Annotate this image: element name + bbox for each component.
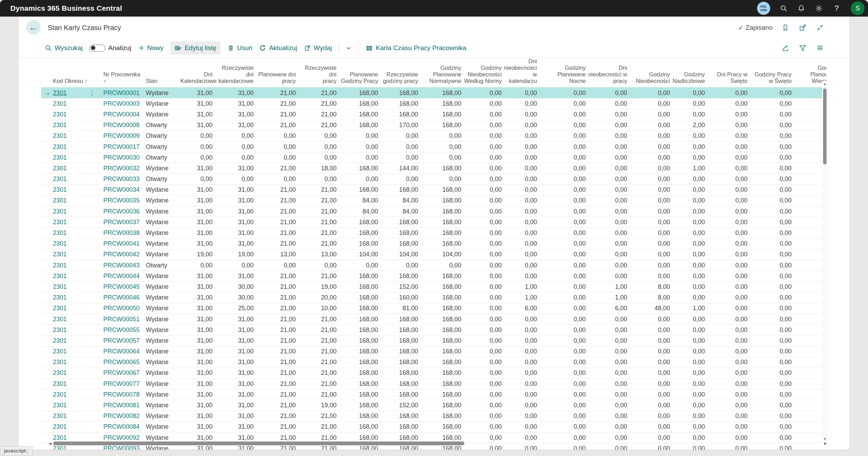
value-cell-6[interactable]: 168,00 (419, 421, 462, 432)
employee-no-link[interactable]: PRCW00041 (103, 240, 140, 247)
value-cell-0[interactable]: 31,00 (180, 357, 213, 368)
value-cell-8[interactable]: 0,00 (502, 249, 538, 260)
value-cell-2[interactable]: 21,00 (254, 389, 296, 400)
value-cell-2[interactable]: 21,00 (254, 292, 296, 303)
period-code-link[interactable]: 2301 (53, 122, 67, 129)
column-header-7[interactable]: Rzeczywiste dni pracy (296, 58, 337, 88)
value-cell-13[interactable]: 0,00 (706, 292, 748, 303)
status-cell[interactable]: Otwarty (145, 131, 180, 141)
employee-no-link[interactable]: PRCW00038 (103, 229, 140, 236)
value-cell-7[interactable]: 0,00 (462, 411, 502, 421)
clipped-value-cell[interactable]: 0,00 (792, 368, 826, 378)
status-cell[interactable]: Wydane (145, 389, 180, 400)
column-header-8[interactable]: Planowane Godziny Pracy (337, 58, 379, 88)
scroll-right-arrow-icon[interactable]: ▶ (823, 441, 828, 446)
value-cell-3[interactable]: 21,00 (296, 88, 337, 98)
value-cell-3[interactable]: 21,00 (296, 228, 337, 238)
value-cell-6[interactable]: 168,00 (419, 109, 462, 120)
status-cell[interactable]: Wydane (145, 206, 180, 217)
value-cell-4[interactable]: 168,00 (337, 282, 379, 292)
value-cell-3[interactable]: 21,00 (296, 184, 337, 195)
value-cell-7[interactable]: 0,00 (462, 249, 502, 260)
value-cell-10[interactable]: 0,00 (586, 238, 628, 249)
value-cell-0[interactable]: 31,00 (180, 238, 213, 249)
employee-no-link[interactable]: PRCW00081 (103, 402, 140, 409)
value-cell-12[interactable]: 0,00 (671, 217, 706, 228)
table-row[interactable]: 2301PRCW00044Wydane31,0031,0021,0021,001… (41, 271, 826, 282)
value-cell-14[interactable]: 0,00 (748, 260, 792, 271)
value-cell-8[interactable]: 0,00 (502, 238, 538, 249)
value-cell-9[interactable]: 0,00 (538, 120, 586, 131)
table-row[interactable]: 2301PRCW00078Wydane31,0031,0021,0021,001… (41, 389, 826, 400)
value-cell-9[interactable]: 0,00 (538, 195, 586, 206)
value-cell-14[interactable]: 0,00 (748, 109, 792, 120)
value-cell-3[interactable]: 21,00 (296, 314, 337, 324)
value-cell-10[interactable]: 0,00 (586, 163, 628, 174)
employee-no-cell[interactable]: PRCW00044 (103, 271, 145, 282)
value-cell-3[interactable]: 21,00 (296, 411, 337, 421)
value-cell-0[interactable]: 31,00 (180, 109, 213, 120)
table-row[interactable]: 2301PRCW00055Wydane31,0031,0021,0021,001… (41, 325, 826, 335)
value-cell-0[interactable]: 31,00 (180, 217, 213, 228)
value-cell-10[interactable]: 0,00 (586, 314, 628, 324)
value-cell-9[interactable]: 0,00 (538, 228, 586, 238)
table-row[interactable]: 2301PRCW00030Otwarty0,000,000,000,000,00… (41, 152, 826, 163)
period-code-cell[interactable]: 2301 (52, 120, 103, 131)
value-cell-14[interactable]: 0,00 (748, 88, 792, 98)
value-cell-14[interactable]: 0,00 (748, 346, 792, 357)
value-cell-5[interactable]: 168,00 (379, 379, 419, 389)
value-cell-1[interactable]: 31,00 (213, 184, 254, 195)
value-cell-5[interactable]: 168,00 (379, 346, 419, 357)
value-cell-14[interactable]: 0,00 (748, 98, 792, 109)
value-cell-10[interactable]: 0,00 (586, 411, 628, 421)
value-cell-12[interactable]: 0,00 (671, 314, 706, 324)
horizontal-scrollbar-thumb[interactable] (53, 441, 464, 445)
period-code-cell[interactable]: 2301 (52, 228, 103, 238)
value-cell-4[interactable]: 168,00 (337, 98, 379, 109)
value-cell-7[interactable]: 0,00 (462, 184, 502, 195)
value-cell-8[interactable]: 0,00 (502, 357, 538, 368)
value-cell-1[interactable]: 31,00 (213, 411, 254, 421)
value-cell-13[interactable]: 0,00 (706, 411, 748, 421)
value-cell-5[interactable]: 168,00 (379, 421, 419, 432)
value-cell-3[interactable]: 21,00 (296, 271, 337, 282)
value-cell-10[interactable]: 0,00 (586, 120, 628, 131)
value-cell-7[interactable]: 0,00 (462, 314, 502, 324)
value-cell-1[interactable]: 0,00 (213, 141, 254, 152)
table-row[interactable]: 2301PRCW00038Wydane31,0031,0021,0021,001… (41, 228, 826, 238)
clipped-value-cell[interactable]: 0,00 (792, 379, 826, 389)
value-cell-10[interactable]: 0,00 (586, 249, 628, 260)
employee-no-link[interactable]: PRCW00030 (103, 154, 140, 161)
value-cell-7[interactable]: 0,00 (462, 238, 502, 249)
period-code-link[interactable]: 2301 (53, 143, 67, 150)
employee-no-cell[interactable]: PRCW00041 (103, 238, 145, 249)
value-cell-9[interactable]: 0,00 (538, 184, 586, 195)
value-cell-6[interactable]: 168,00 (419, 368, 462, 378)
value-cell-1[interactable]: 31,00 (213, 325, 254, 335)
period-code-cell[interactable]: 2301 (52, 217, 103, 228)
value-cell-4[interactable]: 84,00 (337, 206, 379, 217)
value-cell-13[interactable]: 0,00 (706, 195, 748, 206)
employee-no-link[interactable]: PRCW00033 (103, 175, 140, 182)
value-cell-5[interactable]: 168,00 (379, 389, 419, 400)
value-cell-11[interactable]: 0,00 (628, 389, 671, 400)
value-cell-4[interactable]: 168,00 (337, 217, 379, 228)
period-code-link[interactable]: 2301 (53, 337, 67, 344)
value-cell-4[interactable]: 0,00 (337, 141, 379, 152)
employee-no-link[interactable]: PRCW00057 (103, 337, 140, 344)
employee-no-cell[interactable]: PRCW00082 (103, 411, 145, 421)
period-code-cell[interactable]: 2301 (52, 314, 103, 324)
value-cell-9[interactable]: 0,00 (538, 206, 586, 217)
period-code-link[interactable]: 2301 (53, 423, 67, 430)
value-cell-9[interactable]: 0,00 (538, 389, 586, 400)
value-cell-8[interactable]: 0,00 (502, 163, 538, 174)
value-cell-0[interactable]: 31,00 (180, 98, 213, 109)
period-code-link[interactable]: 2301 (53, 219, 67, 226)
value-cell-9[interactable]: 0,00 (538, 411, 586, 421)
employee-no-link[interactable]: PRCW00017 (103, 143, 140, 150)
value-cell-9[interactable]: 0,00 (538, 421, 586, 432)
value-cell-1[interactable]: 19,00 (213, 249, 254, 260)
value-cell-8[interactable]: 0,00 (502, 400, 538, 411)
period-code-cell[interactable]: 2301 (52, 325, 103, 335)
period-code-cell[interactable]: 2301 (52, 292, 103, 303)
